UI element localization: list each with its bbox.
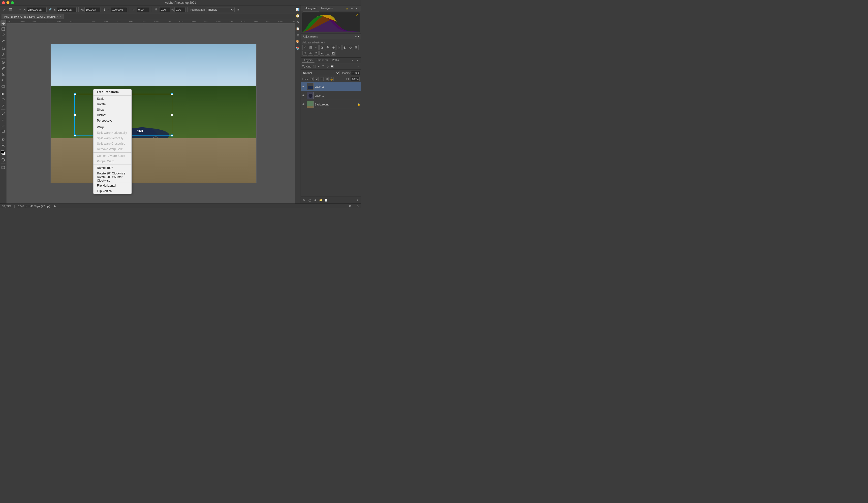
minimize-button[interactable] — [7, 1, 9, 4]
adj-posterize-icon[interactable]: ≡ — [314, 51, 319, 56]
layers-small-icon[interactable]: 📋 — [296, 26, 300, 31]
window-controls[interactable] — [2, 1, 14, 4]
home-icon[interactable]: ⌂ — [1, 7, 7, 12]
vskew-input[interactable] — [174, 7, 186, 12]
filter-smart-icon[interactable]: 🔲 — [330, 64, 334, 69]
layer1-visibility-icon[interactable]: 👁 — [302, 93, 306, 98]
layer-new-icon[interactable]: 📄 — [324, 198, 328, 202]
screen-mode-tool[interactable] — [0, 165, 6, 170]
adjustments-header[interactable]: Adjustments ≡ ▾ — [301, 33, 361, 39]
hskew-input[interactable] — [159, 7, 170, 12]
adj-curves-icon[interactable]: ∿ — [314, 45, 319, 50]
filter-pixel-icon[interactable]: ⬛ — [312, 64, 316, 69]
ctx-skew[interactable]: Skew — [93, 107, 132, 112]
layer-mask-icon[interactable]: ◯ — [308, 198, 312, 202]
tab-close-icon[interactable]: ✕ — [59, 15, 61, 18]
opacity-input[interactable] — [351, 71, 360, 75]
pen-tool[interactable] — [0, 111, 6, 116]
adjustments-icon[interactable]: ⚙ — [296, 20, 300, 25]
histogram-warning-icon[interactable]: ⚠ — [345, 6, 349, 11]
hand-tool[interactable] — [0, 136, 6, 142]
histogram-menu-icon[interactable]: ≡ — [350, 6, 354, 11]
adj-photo-icon[interactable]: ⬡ — [348, 45, 353, 50]
link-icon[interactable]: 🔗 — [48, 7, 53, 12]
ctx-flip-horizontal[interactable]: Flip Horizontal — [93, 183, 132, 188]
search-icon[interactable]: ☰ — [8, 7, 13, 12]
ctx-rotate-180[interactable]: Rotate 180° — [93, 165, 132, 171]
adj-invert-icon[interactable]: ⊕ — [308, 51, 313, 56]
ctx-distort[interactable]: Distort — [93, 112, 132, 118]
adjustments-menu-icon[interactable]: ≡ — [355, 35, 356, 38]
interpolation-select[interactable]: Bicubic Bilinear Nearest Neighbor — [207, 7, 235, 12]
layer-delete-icon[interactable]: 🗑 — [355, 198, 360, 202]
warp-icon[interactable]: ⊞ — [236, 7, 241, 12]
layers-collapse-icon[interactable]: ▾ — [355, 58, 360, 62]
filter-toggle-icon[interactable]: ○ — [356, 64, 360, 69]
adj-vibrance-icon[interactable]: ❉ — [325, 45, 330, 50]
lasso-tool[interactable] — [0, 32, 6, 38]
rotate-input[interactable] — [137, 7, 149, 12]
adj-bw-icon[interactable]: ◐ — [342, 45, 347, 50]
info-expand-icon[interactable]: ▶ — [54, 204, 56, 208]
adj-brightness-icon[interactable]: ☀ — [302, 45, 307, 50]
adj-colorlookup-icon[interactable]: ⊟ — [302, 51, 307, 56]
layer-effects-icon[interactable]: fx — [302, 198, 306, 202]
lock-image-icon[interactable]: 🖌 — [315, 77, 319, 81]
magic-wand-tool[interactable] — [0, 38, 6, 44]
layers-menu-icon[interactable]: ≡ — [350, 58, 355, 62]
text-tool[interactable]: T — [0, 117, 6, 122]
gradient-tool[interactable] — [0, 91, 6, 97]
brush-tool[interactable] — [0, 66, 6, 71]
ctx-rotate[interactable]: Rotate — [93, 101, 132, 107]
quick-mask-tool[interactable] — [0, 157, 6, 162]
ctx-perspective[interactable]: Perspective — [93, 118, 132, 123]
adj-hsl-icon[interactable]: ◈ — [331, 45, 336, 50]
select-tool[interactable] — [0, 26, 6, 32]
color-wheel-icon[interactable]: 🎨 — [296, 39, 300, 44]
lock-all-icon[interactable]: 🔒 — [330, 77, 333, 81]
adj-colorbalance-icon[interactable]: ⚖ — [337, 45, 341, 50]
background-visibility-icon[interactable]: 👁 — [302, 102, 306, 107]
blend-mode-select[interactable]: Normal Multiply Screen Overlay — [302, 71, 340, 75]
tab-layers[interactable]: Layers — [302, 58, 314, 63]
canvas-area[interactable]: 163 Free Transform Scale — [7, 23, 301, 203]
layer-item-background[interactable]: 👁 Background 🔒 — [301, 100, 361, 109]
color-swatch[interactable] — [1, 150, 6, 155]
path-select-tool[interactable] — [0, 123, 6, 128]
w-input[interactable] — [84, 7, 101, 12]
tab-navigator[interactable]: Navigator — [319, 6, 335, 11]
heal-tool[interactable] — [0, 60, 6, 65]
filter-shape-icon[interactable]: ◇ — [326, 64, 330, 69]
stamp-tool[interactable] — [0, 71, 6, 77]
histogram-collapse-icon[interactable]: ▾ — [355, 6, 359, 11]
ctx-rotate-90-ccw[interactable]: Rotate 90° Counter Clockwise — [93, 176, 132, 182]
document-tab[interactable]: IMG_1860.JPG @ 33,3% (Layer 2, RGB/8) * … — [1, 14, 64, 19]
blur-tool[interactable] — [0, 97, 6, 102]
libraries-icon[interactable]: 📚 — [296, 46, 300, 51]
ctx-flip-vertical[interactable]: Flip Vertical — [93, 188, 132, 194]
fill-input[interactable] — [351, 77, 360, 81]
chain-link-icon[interactable]: ⛓ — [101, 7, 107, 12]
maximize-button[interactable] — [11, 1, 14, 4]
lock-transparent-icon[interactable]: ⊞ — [310, 77, 314, 81]
adj-channelmixer-icon[interactable]: ⊞ — [354, 45, 359, 50]
zoom-tool[interactable] — [0, 142, 6, 148]
layer2-visibility-icon[interactable]: 👁 — [302, 84, 306, 89]
filter-text-icon[interactable]: T — [321, 64, 325, 69]
adj-selective-icon[interactable]: ◩ — [331, 51, 336, 56]
move-tool[interactable] — [0, 20, 6, 26]
adj-levels-icon[interactable]: ▦ — [308, 45, 313, 50]
tab-paths[interactable]: Paths — [330, 58, 341, 63]
close-button[interactable] — [2, 1, 5, 4]
layer-adjustment-icon[interactable]: ◑ — [313, 198, 317, 202]
adj-threshold-icon[interactable]: ▲ — [319, 51, 324, 56]
ctx-scale[interactable]: Scale — [93, 96, 132, 101]
adjustments-collapse-icon[interactable]: ▾ — [358, 35, 359, 38]
lock-position-icon[interactable]: ✛ — [320, 77, 324, 81]
histogram-icon[interactable]: 📊 — [296, 7, 300, 12]
ctx-warp[interactable]: Warp — [93, 124, 132, 130]
shape-tool[interactable] — [0, 129, 6, 134]
eyedropper-tool[interactable] — [0, 52, 6, 57]
tab-channels[interactable]: Channels — [314, 58, 330, 63]
layer-item-layer2[interactable]: 👁 Layer 2 — [301, 82, 361, 91]
